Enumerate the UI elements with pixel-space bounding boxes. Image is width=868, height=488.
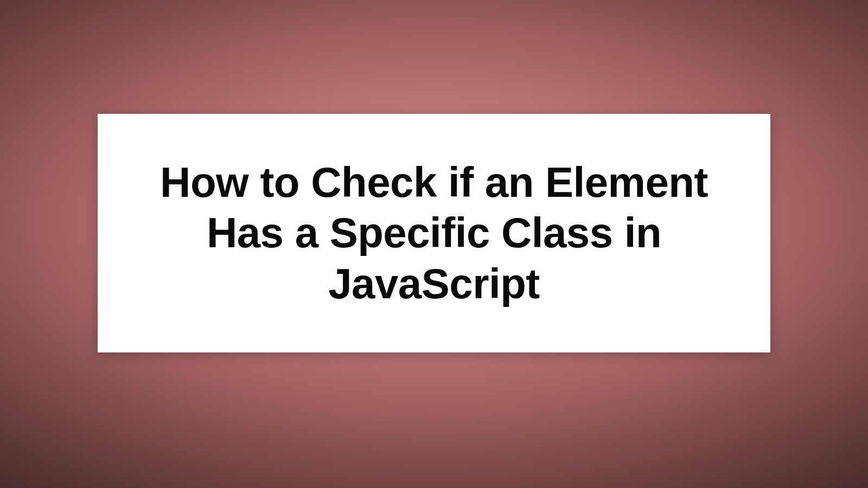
article-title: How to Check if an Element Has a Specifi… xyxy=(98,157,770,310)
page-background: How to Check if an Element Has a Specifi… xyxy=(0,0,868,488)
title-card: How to Check if an Element Has a Specifi… xyxy=(98,114,770,352)
